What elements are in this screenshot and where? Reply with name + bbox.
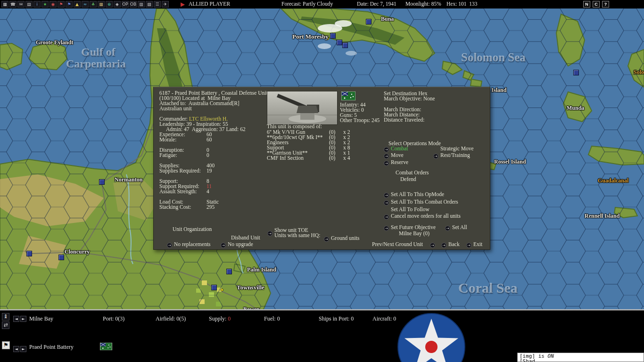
message-console: [img] is ON [Shad (517, 353, 644, 362)
opmode-rest-training[interactable]: Rest/Training (440, 153, 470, 158)
cancel-move-orders-arrow-icon[interactable]: → (384, 214, 389, 220)
set-future-objective-arrow-icon[interactable]: → (384, 226, 389, 231)
unit-marker[interactable] (337, 40, 342, 45)
allied-star-emblem (396, 311, 467, 362)
cancel-move-orders[interactable]: Cancel move orders for all units (391, 214, 461, 219)
set-all-button[interactable]: Set All (452, 225, 467, 230)
unit-marker[interactable] (99, 179, 105, 185)
notepad-button[interactable]: N (583, 1, 590, 8)
prev-unit-button[interactable]: ◄ (13, 346, 19, 352)
no-replacements-arrow-icon[interactable]: → (167, 243, 172, 248)
combat-mode-arrow-icon[interactable]: → (384, 147, 389, 152)
industry-icon[interactable]: ◈ (114, 1, 121, 8)
unit-marker[interactable] (366, 19, 372, 25)
unit-marker[interactable] (342, 42, 348, 48)
blue-flag-icon[interactable]: ⚑ (66, 1, 73, 8)
mail-icon[interactable]: ✉ (17, 1, 25, 8)
op-report-icon[interactable]: OP (122, 1, 129, 8)
no-replacements-toggle[interactable]: No replacements (174, 242, 211, 247)
set-all-opmode-arrow-icon[interactable]: → (384, 193, 389, 198)
unit-flag-slot-icon[interactable]: ⚑ (2, 341, 10, 349)
set-all-combat-orders-arrow-icon[interactable]: → (384, 200, 389, 206)
menu-icon[interactable]: ☰ (154, 1, 161, 8)
unit-info-panel: 6187 - Praed Point Battery , Coastal Def… (153, 87, 490, 250)
set-all-combat-orders[interactable]: Set All To This Combat Orders (391, 199, 458, 205)
back-arrow-icon[interactable]: → (441, 243, 446, 248)
unit-marker[interactable] (26, 251, 32, 256)
unit-marker[interactable] (58, 255, 64, 260)
base-name[interactable]: Milne Bay (29, 315, 53, 322)
red-flag-icon[interactable]: ⚑ (58, 1, 65, 8)
unit-marker[interactable] (226, 269, 232, 274)
back-button[interactable]: Back (448, 242, 460, 247)
map-label-guadalcanal: Guadalcanal (598, 177, 628, 184)
star-icon[interactable]: ★ (41, 1, 49, 8)
intel-icon[interactable]: i (33, 1, 41, 8)
unit-marker[interactable] (330, 33, 336, 39)
target-icon[interactable]: ◉ (50, 1, 57, 8)
rest-mode-arrow-icon[interactable]: → (433, 154, 438, 159)
set-all-opmode[interactable]: Set All To This OpMode (391, 192, 444, 197)
chart-icon[interactable]: ▲ (74, 1, 81, 8)
ground-units-button[interactable]: Ground units (331, 236, 359, 241)
exit-button[interactable]: Exit (473, 242, 482, 247)
no-upgrade-arrow-icon[interactable]: → (221, 243, 226, 248)
next-base-button[interactable]: ► (20, 316, 26, 322)
future-objective-value[interactable]: Milne Bay (0) (399, 231, 429, 236)
supply-value: 0 (228, 315, 231, 322)
device-disabled: (0) (329, 156, 335, 161)
stat-value-supplies-required: 19 (206, 168, 212, 173)
aircraft-icon[interactable]: ✈ (162, 1, 169, 8)
disband-unit-button[interactable]: Disband Unit (231, 235, 260, 240)
list-icon[interactable]: ▥ (138, 1, 145, 8)
zoom-icon[interactable]: ↨ (2, 313, 9, 321)
opmode-strategic-move[interactable]: Strategic Move (440, 146, 474, 151)
aircraft-stat: Aircraft: 0 (372, 315, 396, 322)
order-of-battle-icon[interactable]: OB (130, 1, 137, 8)
stat-value-assault-strength: 4 (206, 189, 209, 194)
map-icon[interactable]: ▦ (98, 1, 105, 8)
set-all-arrow-icon[interactable]: → (445, 226, 450, 231)
nationality-flag-icon (341, 91, 355, 101)
next-ground-unit-arrow-icon[interactable]: → (430, 243, 435, 248)
exit-arrow-icon[interactable]: → (466, 243, 471, 248)
combat-events-button[interactable]: C (593, 1, 600, 8)
phone-icon[interactable]: ☎ (9, 1, 17, 8)
opmode-reserve[interactable]: Reserve (391, 160, 408, 165)
reserve-mode-arrow-icon[interactable]: → (384, 161, 389, 166)
swap-view-icon[interactable]: ⇄ (2, 321, 9, 329)
unit-marker[interactable] (573, 70, 579, 75)
stat-label-fatigue: Fatigue: (159, 153, 177, 158)
next-unit-button[interactable]: ► (20, 346, 26, 352)
move-mode-arrow-icon[interactable]: → (384, 154, 389, 159)
tree-icon[interactable]: ♣ (90, 1, 97, 8)
grid-icon[interactable]: ▧ (146, 1, 153, 8)
stat-label-stacking-cost: Stacking Cost: (159, 205, 191, 210)
set-future-objective[interactable]: Set Future Objective (391, 225, 436, 230)
combat-order-defend[interactable]: Defend (400, 177, 416, 182)
unit-organization-header: Unit Organization (173, 227, 212, 232)
unit-marker[interactable] (211, 285, 217, 290)
end-turn-icon[interactable]: ▶ (181, 0, 185, 8)
opmode-combat[interactable]: Combat (391, 146, 408, 151)
ground-units-arrow-icon[interactable]: → (324, 237, 329, 242)
base-dot[interactable] (221, 288, 223, 291)
prev-base-button[interactable]: ◄ (13, 316, 19, 322)
report-icon[interactable]: ▤ (25, 1, 33, 8)
map-label-munda: Munda (567, 105, 584, 112)
map-label-buna: Buna (381, 16, 394, 23)
ships-in-port-stat: Ships in Port: 0 (319, 315, 354, 322)
device-count: x 4 (343, 156, 350, 161)
help-button[interactable]: ? (602, 1, 609, 8)
set-all-follow[interactable]: Set All To Follow (391, 207, 429, 212)
units-same-hq-button[interactable]: Units with same HQ: (274, 233, 320, 238)
no-upgrade-toggle[interactable]: No upgrade (228, 242, 253, 247)
show-toe-arrow-icon[interactable]: → (267, 231, 272, 236)
disk-icon[interactable]: ▦ (1, 1, 8, 8)
opmode-move[interactable]: Move (391, 153, 404, 158)
sea-icon[interactable]: ≈ (82, 1, 89, 8)
selected-unit-name[interactable]: Praed Point Battery (29, 344, 74, 351)
reinforce-icon[interactable]: ⊕ (106, 1, 113, 8)
player-label: ALLIED PLAYER (189, 1, 230, 7)
prev-next-ground-unit[interactable]: Prev/Next Ground Unit (372, 242, 423, 247)
